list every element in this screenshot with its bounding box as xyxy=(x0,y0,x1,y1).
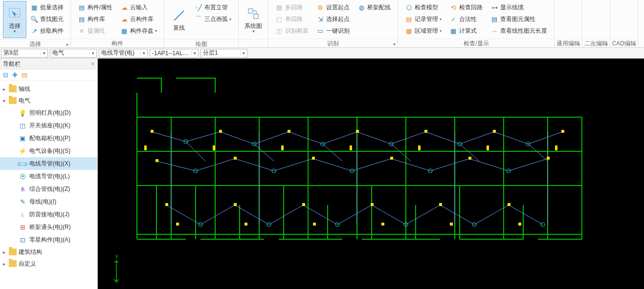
type-combo[interactable]: 电线导管(电)▾ xyxy=(99,49,148,58)
tree-leaf[interactable]: ⊞桥架通头(电)(R) xyxy=(0,221,97,233)
tree-leaf[interactable]: ⏚防雷接地(电)(J) xyxy=(0,208,97,221)
set-start-button[interactable]: ⚙设置起点 xyxy=(314,2,352,13)
cloud-input-button[interactable]: ☁云输入 xyxy=(118,2,159,13)
tree-node[interactable]: ▸自定义 xyxy=(0,258,97,269)
tree-leaf[interactable]: ◫开关插座(电)(K) xyxy=(0,119,97,132)
search-icon: 🔍 xyxy=(30,15,38,23)
group-label-edit1[interactable]: 通用编辑▾ xyxy=(555,39,582,47)
tree-node-label: 建筑结构 xyxy=(19,248,42,256)
formula-button[interactable]: ▦计算式 xyxy=(447,25,485,36)
chevron-down-icon: ▾ xyxy=(240,51,247,56)
svg-rect-36 xyxy=(165,203,168,206)
wiring-icon: ◍ xyxy=(357,3,365,11)
chevron-down-icon[interactable]: ▾ xyxy=(66,41,68,49)
misc-icon: ⊡ xyxy=(19,236,26,244)
line-button[interactable]: 直线 xyxy=(167,1,191,38)
system-diagram-button[interactable]: 系统图 ▼ xyxy=(242,1,265,38)
tree-leaf[interactable]: ⚡电气设备(电)(S) xyxy=(0,144,97,157)
chevron-down-icon: ▾ xyxy=(41,51,47,56)
pick-component-button[interactable]: ↗拾取构件 xyxy=(28,25,66,36)
svg-rect-41 xyxy=(508,203,511,206)
show-cable-button[interactable]: ⊶显示线缆 xyxy=(489,2,549,13)
group-label-edit3[interactable]: CAD编辑▾ xyxy=(610,39,638,47)
pick-icon: ↗ xyxy=(30,27,38,35)
collapse-icon[interactable]: ⊟ xyxy=(3,71,8,79)
tree-node[interactable]: ▸轴线 xyxy=(0,83,97,95)
select-button[interactable]: 选择 ▼ xyxy=(3,1,26,38)
component-props-button[interactable]: ▤构件/属性 xyxy=(76,2,114,13)
svg-rect-53 xyxy=(487,145,489,150)
choose-start-button[interactable]: ⇲选择起点 xyxy=(314,14,352,24)
chevron-down-icon: ▾ xyxy=(605,40,608,49)
svg-rect-37 xyxy=(234,203,237,206)
multi-icon: ⋔ xyxy=(19,185,26,193)
loop-icon: ▤ xyxy=(275,3,283,11)
tree-leaf[interactable]: ⦿电缆导管(电)(L) xyxy=(0,170,97,183)
chevron-down-icon: ▾ xyxy=(440,17,442,21)
ribbon-group-secondary-edit: 二次编辑▾ xyxy=(582,0,610,47)
circuit-combo[interactable]: -1AP1--1ALE1▾ xyxy=(150,49,199,58)
twisty-icon: ▸ xyxy=(3,249,9,255)
select-label: 选择 xyxy=(9,22,21,29)
group-label-edit2[interactable]: 二次编辑▾ xyxy=(582,39,610,47)
drawing-canvas[interactable]: Y xyxy=(98,59,644,289)
tree-leaf[interactable]: ⊡零星构件(电)(A) xyxy=(0,233,97,246)
find-element-button[interactable]: 🔍查找图元 xyxy=(28,14,66,24)
tree-leaf[interactable]: ▣配电箱柜(电)(P) xyxy=(0,132,97,144)
tree-leaf[interactable]: ⋔综合管线(电)(Z) xyxy=(0,183,97,195)
chevron-down-icon: ▾ xyxy=(191,51,198,56)
svg-rect-24 xyxy=(219,130,222,133)
batch-select-button[interactable]: ▦批量选择 xyxy=(28,2,66,13)
tree-leaf[interactable]: ⊂⊃电线导管(电)(X) xyxy=(0,157,97,170)
check-icon: ✓ xyxy=(449,15,457,23)
multi-loop-button: ▤多回路 xyxy=(273,2,311,13)
area-mgmt-button[interactable]: ▦区域管理▾ xyxy=(403,25,444,36)
svg-rect-23 xyxy=(151,130,154,133)
chevron-down-icon: ▾ xyxy=(140,51,147,56)
close-icon[interactable]: × xyxy=(91,59,94,69)
tree-node[interactable]: ▾电气 xyxy=(0,95,97,106)
box-icon: ▣ xyxy=(19,134,26,142)
expand-icon[interactable]: ✚ xyxy=(12,71,18,79)
check-model-button[interactable]: ⬡检查模型 xyxy=(403,2,444,13)
layer-combo[interactable]: 分层1▾ xyxy=(200,49,247,58)
tree-node-label: 电气 xyxy=(19,97,30,105)
component-save-button[interactable]: ▦构件存盘▾ xyxy=(118,25,159,36)
validity-button[interactable]: ✓合法性 xyxy=(447,14,485,24)
folder-icon xyxy=(9,97,17,104)
tree-leaf-label: 母线(电)(I) xyxy=(29,198,56,206)
tray-icon: ◫ xyxy=(275,27,283,35)
component-lib-button[interactable]: ▤构件库 xyxy=(76,14,114,24)
riser-button[interactable]: ◦╱布置立管 xyxy=(193,2,233,13)
ribbon-group-system: 系统图 ▼ xyxy=(239,0,268,47)
list-icon: ▤ xyxy=(78,3,86,11)
category-combo[interactable]: 电气▾ xyxy=(50,49,97,58)
gear-icon: ⚙ xyxy=(316,3,324,11)
cloud-lib-button[interactable]: ☁云构件库 xyxy=(118,14,159,24)
tree-leaf[interactable]: 💡照明灯具(电)(D) xyxy=(0,106,97,119)
calc-icon: ▦ xyxy=(449,27,457,35)
auto-icon: ▭ xyxy=(316,27,324,35)
one-click-recognize-button[interactable]: ▭一键识别 xyxy=(314,25,352,36)
arc3pt-button[interactable]: ⌒三点画弧▾ xyxy=(193,14,233,24)
ribbon-group-draw: 直线 ◦╱布置立管 ⌒三点画弧▾ 绘图 xyxy=(164,0,239,47)
tray-wiring-button[interactable]: ◍桥架配线 xyxy=(355,2,393,13)
svg-rect-28 xyxy=(493,130,496,133)
nav-tree[interactable]: ▸轴线▾电气💡照明灯具(电)(D)◫开关插座(电)(K)▣配电箱柜(电)(P)⚡… xyxy=(0,81,97,289)
view-length-button[interactable]: ↔查看线性图元长度 xyxy=(489,25,549,36)
save-icon: ▦ xyxy=(120,27,128,35)
check-loop-button[interactable]: ⟲检查回路 xyxy=(447,2,485,13)
floor-combo[interactable]: 第9层▾ xyxy=(1,49,48,58)
chevron-down-icon[interactable]: ▾ xyxy=(393,40,396,49)
view-props-button[interactable]: ▤查看图元属性 xyxy=(489,14,549,24)
twisty-icon: ▾ xyxy=(3,98,9,103)
tree-node[interactable]: ▸建筑结构 xyxy=(0,246,97,258)
target-icon: ⇲ xyxy=(316,15,324,23)
record-mgmt-button[interactable]: ▤记录管理▾ xyxy=(403,14,444,24)
chevron-down-icon: ▼ xyxy=(251,29,255,34)
tree-leaf[interactable]: ✎母线(电)(I) xyxy=(0,195,97,208)
note-icon[interactable]: ▤ xyxy=(22,71,27,79)
svg-rect-42 xyxy=(176,223,179,226)
svg-rect-3 xyxy=(254,14,258,19)
recognize-tray-button: ◫识别桥架 xyxy=(273,25,311,36)
